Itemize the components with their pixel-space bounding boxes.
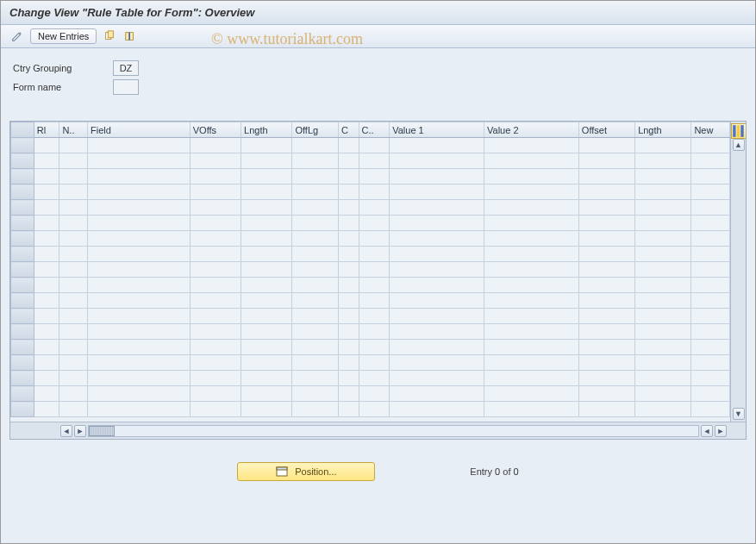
cell[interactable]	[241, 247, 292, 262]
cell[interactable]	[88, 231, 191, 247]
cell[interactable]	[190, 371, 241, 386]
cell[interactable]	[359, 200, 390, 216]
cell[interactable]	[691, 184, 730, 200]
cell[interactable]	[359, 184, 390, 200]
cell[interactable]	[292, 340, 338, 355]
cell[interactable]	[390, 293, 484, 309]
cell[interactable]	[484, 278, 579, 293]
cell[interactable]	[635, 138, 691, 153]
cell[interactable]	[34, 371, 59, 386]
column-header[interactable]: Lngth	[635, 122, 691, 138]
cell[interactable]	[59, 247, 88, 262]
cell[interactable]	[578, 138, 634, 153]
cell[interactable]	[484, 355, 579, 371]
row-selector[interactable]	[11, 200, 34, 216]
cell[interactable]	[484, 138, 579, 153]
cell[interactable]	[292, 231, 338, 247]
cell[interactable]	[691, 247, 730, 262]
row-selector[interactable]	[11, 169, 34, 184]
cell[interactable]	[390, 402, 484, 417]
cell[interactable]	[390, 216, 484, 231]
cell[interactable]	[34, 247, 59, 262]
cell[interactable]	[88, 216, 191, 231]
column-header[interactable]: Value 1	[390, 122, 484, 138]
cell[interactable]	[34, 216, 59, 231]
cell[interactable]	[59, 371, 88, 386]
cell[interactable]	[59, 324, 88, 340]
cell[interactable]	[59, 200, 88, 216]
cell[interactable]	[484, 231, 579, 247]
row-selector[interactable]	[11, 231, 34, 247]
cell[interactable]	[241, 309, 292, 324]
cell[interactable]	[34, 386, 59, 402]
cell[interactable]	[292, 371, 338, 386]
cell[interactable]	[241, 340, 292, 355]
cell[interactable]	[190, 355, 241, 371]
cell[interactable]	[241, 216, 292, 231]
cell[interactable]	[241, 355, 292, 371]
row-selector[interactable]	[11, 138, 34, 153]
cell[interactable]	[578, 262, 634, 278]
scroll-right-end-icon[interactable]: ►	[715, 425, 727, 437]
column-header[interactable]: Lngth	[241, 122, 292, 138]
cell[interactable]	[241, 231, 292, 247]
row-selector[interactable]	[11, 309, 34, 324]
cell[interactable]	[241, 169, 292, 184]
cell[interactable]	[578, 231, 634, 247]
cell[interactable]	[338, 200, 359, 216]
copy-icon[interactable]	[102, 28, 117, 44]
cell[interactable]	[34, 355, 59, 371]
cell[interactable]	[484, 262, 579, 278]
cell[interactable]	[338, 293, 359, 309]
cell[interactable]	[635, 386, 691, 402]
cell[interactable]	[691, 293, 730, 309]
cell[interactable]	[359, 153, 390, 169]
cell[interactable]	[34, 200, 59, 216]
cell[interactable]	[635, 340, 691, 355]
cell[interactable]	[59, 355, 88, 371]
cell[interactable]	[241, 200, 292, 216]
cell[interactable]	[88, 309, 191, 324]
cell[interactable]	[635, 262, 691, 278]
cell[interactable]	[691, 200, 730, 216]
row-selector[interactable]	[11, 355, 34, 371]
vertical-scrollbar[interactable]: ▲ ▼	[730, 122, 746, 422]
row-selector[interactable]	[11, 153, 34, 169]
cell[interactable]	[338, 184, 359, 200]
cell[interactable]	[190, 402, 241, 417]
cell[interactable]	[359, 386, 390, 402]
cell[interactable]	[292, 386, 338, 402]
horizontal-scrollbar[interactable]: ◄ ► ◄ ►	[10, 422, 746, 439]
cell[interactable]	[691, 324, 730, 340]
row-selector[interactable]	[11, 216, 34, 231]
cell[interactable]	[59, 169, 88, 184]
cell[interactable]	[88, 355, 191, 371]
column-header[interactable]: C..	[359, 122, 390, 138]
cell[interactable]	[338, 371, 359, 386]
row-selector[interactable]	[11, 402, 34, 417]
cell[interactable]	[59, 184, 88, 200]
cell[interactable]	[241, 184, 292, 200]
cell[interactable]	[59, 231, 88, 247]
cell[interactable]	[691, 153, 730, 169]
cell[interactable]	[88, 340, 191, 355]
cell[interactable]	[88, 153, 191, 169]
cell[interactable]	[59, 216, 88, 231]
cell[interactable]	[635, 402, 691, 417]
toggle-edit-icon[interactable]	[9, 28, 25, 44]
cell[interactable]	[359, 231, 390, 247]
cell[interactable]	[338, 278, 359, 293]
column-header[interactable]: VOffs	[190, 122, 241, 138]
column-header[interactable]: Field	[88, 122, 191, 138]
cell[interactable]	[88, 138, 191, 153]
cell[interactable]	[484, 293, 579, 309]
cell[interactable]	[34, 138, 59, 153]
row-selector[interactable]	[11, 340, 34, 355]
cell[interactable]	[59, 153, 88, 169]
cell[interactable]	[691, 402, 730, 417]
cell[interactable]	[691, 309, 730, 324]
cell[interactable]	[338, 402, 359, 417]
cell[interactable]	[59, 278, 88, 293]
cell[interactable]	[338, 309, 359, 324]
cell[interactable]	[88, 402, 191, 417]
